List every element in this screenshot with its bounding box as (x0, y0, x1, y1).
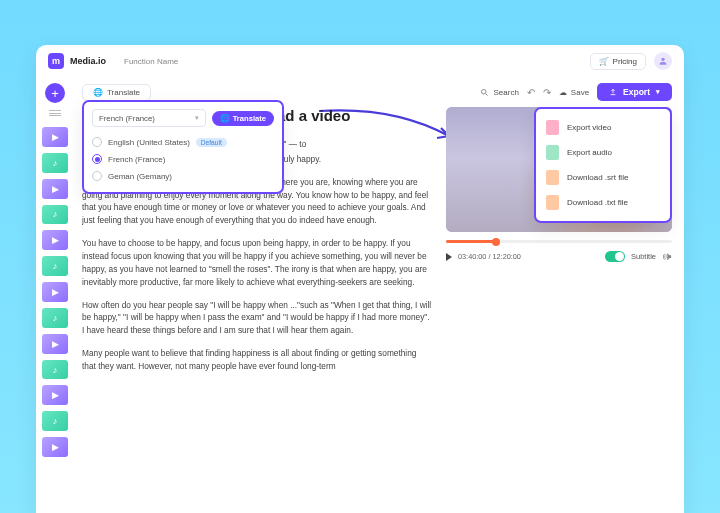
thumbnail-audio[interactable]: ♪ (42, 411, 68, 431)
media-thumbnails: ▶ ♪ ▶ ♪ ▶ ♪ ▶ ♪ ▶ ♪ ▶ ♪ ▶ (39, 127, 71, 457)
radio-icon (92, 171, 102, 181)
translate-icon: 🌐 (93, 88, 103, 97)
cart-icon: 🛒 (599, 57, 609, 66)
thumbnail-audio[interactable]: ♪ (42, 308, 68, 328)
cloud-save-icon: ☁ (559, 88, 567, 97)
topbar: m Media.io Function Name 🛒 Pricing (36, 45, 684, 77)
brand-name: Media.io (70, 56, 106, 66)
chevron-down-icon: ▾ (656, 88, 660, 96)
translate-popup: French (France) ▾ 🌐 Translate English (U… (82, 100, 284, 194)
volume-icon[interactable]: 🕪 (662, 251, 672, 262)
upload-icon (609, 88, 617, 96)
avatar[interactable] (654, 52, 672, 70)
audio-file-icon (546, 145, 559, 160)
srt-file-icon (546, 170, 559, 185)
player-controls: 03:40:00 / 12:20:00 Subtitle 🕪 (446, 251, 672, 262)
translate-icon: 🌐 (220, 114, 230, 123)
thumbnail-video[interactable]: ▶ (42, 385, 68, 405)
user-icon (658, 56, 668, 66)
thumbnail-audio[interactable]: ♪ (42, 360, 68, 380)
language-option-english[interactable]: English (United States) Default (92, 137, 274, 147)
save-button[interactable]: ☁ Save (559, 88, 589, 97)
add-media-button[interactable]: + (45, 83, 65, 103)
radio-icon (92, 137, 102, 147)
menu-icon[interactable] (46, 107, 64, 119)
pricing-button[interactable]: 🛒 Pricing (590, 53, 646, 70)
svg-line-2 (486, 93, 488, 95)
svg-point-0 (661, 58, 664, 61)
thumbnail-video[interactable]: ▶ (42, 179, 68, 199)
transcript-paragraph: You have to choose to be happy, and focu… (82, 237, 432, 288)
transcript-paragraph: How often do you hear people say "I will… (82, 299, 432, 338)
language-option-german[interactable]: Geman (Gemany) (92, 171, 274, 181)
subtitle-toggle[interactable] (605, 251, 625, 262)
language-option-french[interactable]: French (France) (92, 154, 274, 164)
default-badge: Default (196, 138, 227, 147)
brand: m Media.io (48, 53, 106, 69)
side-rail: + ▶ ♪ ▶ ♪ ▶ ♪ ▶ ♪ ▶ ♪ ▶ ♪ ▶ (36, 77, 74, 513)
thumbnail-audio[interactable]: ♪ (42, 153, 68, 173)
chevron-down-icon: ▾ (195, 114, 199, 122)
undo-button[interactable]: ↶ (527, 87, 535, 98)
download-txt-item[interactable]: Download .txt file (540, 190, 666, 215)
txt-file-icon (546, 195, 559, 210)
progress-bar[interactable] (446, 240, 672, 243)
thumbnail-video[interactable]: ▶ (42, 437, 68, 457)
radio-selected-icon (92, 154, 102, 164)
export-dropdown: Export video Export audio Download .srt … (534, 107, 672, 223)
translate-chip[interactable]: 🌐 Translate (82, 84, 151, 101)
redo-button[interactable]: ↷ (543, 87, 551, 98)
export-button[interactable]: Export ▾ (597, 83, 672, 101)
download-srt-item[interactable]: Download .srt file (540, 165, 666, 190)
thumbnail-video[interactable]: ▶ (42, 127, 68, 147)
video-file-icon (546, 120, 559, 135)
language-select[interactable]: French (France) ▾ (92, 109, 206, 127)
thumbnail-audio[interactable]: ♪ (42, 256, 68, 276)
thumbnail-video[interactable]: ▶ (42, 334, 68, 354)
function-name: Function Name (124, 57, 178, 66)
search-button[interactable]: Search (480, 88, 518, 97)
search-icon (480, 88, 489, 97)
export-audio-item[interactable]: Export audio (540, 140, 666, 165)
export-video-item[interactable]: Export video (540, 115, 666, 140)
progress-handle-icon[interactable] (492, 238, 500, 246)
transcript-paragraph: Many people want to believe that finding… (82, 347, 432, 373)
subtitle-label: Subtitle (631, 252, 656, 261)
svg-point-1 (482, 89, 487, 94)
app-window: m Media.io Function Name 🛒 Pricing + ▶ ♪… (36, 45, 684, 513)
thumbnail-audio[interactable]: ♪ (42, 205, 68, 225)
translate-action-button[interactable]: 🌐 Translate (212, 111, 274, 126)
brand-logo-icon: m (48, 53, 64, 69)
thumbnail-video[interactable]: ▶ (42, 230, 68, 250)
translate-label: Translate (107, 88, 140, 97)
play-button[interactable] (446, 253, 452, 261)
pricing-label: Pricing (613, 57, 637, 66)
thumbnail-video[interactable]: ▶ (42, 282, 68, 302)
time-display: 03:40:00 / 12:20:00 (458, 252, 521, 261)
